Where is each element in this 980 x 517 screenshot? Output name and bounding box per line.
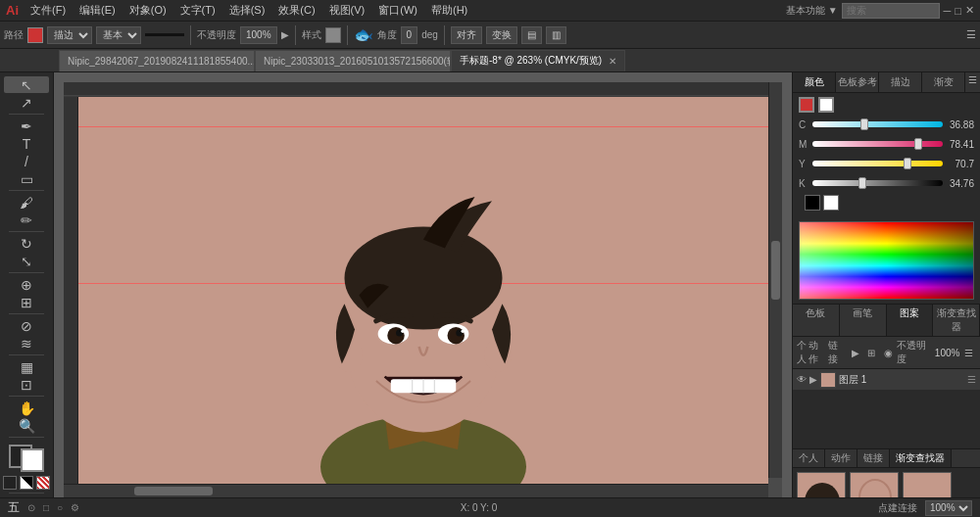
- layer-row-1[interactable]: 👁 ▶ 图层 1 ☰: [793, 369, 980, 391]
- tool-scale[interactable]: ⤡: [4, 253, 49, 269]
- layers-menu-btn[interactable]: ☰: [961, 345, 976, 360]
- tab-stroke[interactable]: 描边: [879, 72, 922, 92]
- opacity-value: 100%: [935, 348, 960, 358]
- mini-tab-patterns[interactable]: 图案: [887, 305, 934, 336]
- menu-object[interactable]: 对象(O): [123, 1, 172, 20]
- menu-help[interactable]: 帮助(H): [425, 1, 473, 20]
- channel-k-slider[interactable]: [812, 180, 943, 186]
- mini-tab-gradient-finder[interactable]: 渐变查找器: [933, 305, 980, 336]
- tab-0[interactable]: Nipic_29842067_2019082411181855400...ai*…: [59, 50, 255, 71]
- tool-rotate[interactable]: ↻: [4, 235, 49, 252]
- tool-pen[interactable]: ✒: [4, 118, 49, 134]
- menu-file[interactable]: 文件(F): [24, 1, 72, 20]
- vertical-scrollbar[interactable]: [768, 82, 782, 478]
- channel-m-slider[interactable]: [812, 141, 943, 147]
- layers-add-btn[interactable]: ⊞: [864, 345, 879, 360]
- tool-direct-select[interactable]: ↗: [4, 94, 49, 111]
- tool-zoom[interactable]: 🔍: [4, 417, 49, 434]
- opacity-value[interactable]: 100%: [240, 26, 277, 44]
- gradient-color[interactable]: [20, 476, 33, 490]
- align-btn[interactable]: 对齐: [451, 26, 482, 44]
- tab-color[interactable]: 颜色: [793, 72, 836, 92]
- bottom-tab-personal[interactable]: 个人: [793, 449, 825, 467]
- horizontal-scrollbar[interactable]: [64, 484, 768, 497]
- canvas-area[interactable]: [54, 72, 792, 517]
- extra-btn2[interactable]: ▥: [546, 26, 566, 44]
- fish-icon[interactable]: 🐟: [354, 25, 373, 44]
- active-fill-swatch[interactable]: [799, 97, 814, 113]
- maximize-btn[interactable]: □: [955, 5, 961, 17]
- channel-c-slider[interactable]: [812, 121, 943, 127]
- black-swatch[interactable]: [805, 195, 820, 211]
- white-swatch[interactable]: [823, 195, 839, 211]
- tab-gradient[interactable]: 渐变: [922, 72, 965, 92]
- tool-rectangle[interactable]: ▭: [4, 170, 49, 187]
- angle-unit: deg: [421, 29, 438, 40]
- tab-2[interactable]: 手标题-8* @ 263% (CMYK/预览) ✕: [451, 50, 625, 71]
- bottom-tab-links[interactable]: 链接: [858, 449, 890, 467]
- horizontal-scrollbar-thumb[interactable]: [134, 487, 213, 495]
- menu-view[interactable]: 视图(V): [323, 1, 371, 20]
- opacity-arrow[interactable]: ▶: [281, 29, 289, 40]
- tool-eyedropper[interactable]: ⊘: [4, 317, 49, 334]
- layers-play-btn[interactable]: ▶: [849, 345, 863, 360]
- channel-y-slider[interactable]: [812, 161, 943, 166]
- layers-settings-btn[interactable]: ◉: [881, 345, 896, 360]
- tool-shape-builder[interactable]: ⊞: [4, 294, 49, 310]
- tool-paintbrush[interactable]: 🖌: [4, 194, 49, 211]
- stroke-select[interactable]: 描边: [47, 26, 92, 44]
- tool-blend[interactable]: ≋: [4, 335, 49, 352]
- bottom-tab-actions[interactable]: 动作: [825, 449, 858, 467]
- fill-color-preview[interactable]: [27, 27, 43, 43]
- menu-edit[interactable]: 编辑(E): [74, 1, 122, 20]
- layer-options[interactable]: ☰: [967, 374, 976, 385]
- layer-expand-icon[interactable]: ▶: [809, 374, 817, 385]
- tool-type[interactable]: T: [4, 135, 49, 152]
- color-gradient-picker[interactable]: [799, 221, 974, 300]
- options-menu-btn[interactable]: ☰: [966, 28, 976, 40]
- close-btn[interactable]: ✕: [965, 4, 974, 17]
- menu-type[interactable]: 文字(T): [174, 1, 221, 20]
- background-color[interactable]: [21, 448, 44, 472]
- tool-select[interactable]: ↖: [4, 76, 49, 93]
- tool-hand[interactable]: ✋: [4, 400, 49, 416]
- channel-m-label: M: [799, 139, 808, 150]
- menu-effect[interactable]: 效果(C): [272, 1, 320, 20]
- toolbar-divider-6: [9, 354, 44, 355]
- layer-name[interactable]: 图层 1: [839, 373, 964, 387]
- tool-line[interactable]: /: [4, 153, 49, 169]
- tool-artboard[interactable]: ⊡: [4, 376, 49, 393]
- extra-btn1[interactable]: ▤: [521, 26, 542, 44]
- tool-warp[interactable]: ⊕: [4, 276, 49, 293]
- minimize-btn[interactable]: ─: [944, 5, 952, 17]
- mini-tab-swatches[interactable]: 色板: [793, 305, 840, 336]
- tool-pencil[interactable]: ✏: [4, 212, 49, 228]
- workspace-label: 基本功能 ▼: [786, 4, 838, 18]
- active-stroke-swatch[interactable]: [818, 97, 834, 113]
- tab-2-close[interactable]: ✕: [609, 56, 616, 67]
- bottom-tab-gradient-finder[interactable]: 渐变查找器: [890, 449, 952, 467]
- angle-value[interactable]: 0: [401, 26, 418, 44]
- tab-swatch-ref[interactable]: 色板参考: [836, 72, 879, 92]
- tab-1[interactable]: Nipic_23033013_2016051013572156600(转换).a…: [255, 50, 451, 71]
- transform-btn[interactable]: 变换: [486, 26, 517, 44]
- style-preview[interactable]: [325, 27, 341, 43]
- layers-panel: 个人 动作 链接 ▶ ⊞ ◉ 不透明度 100% ☰ 👁 ▶ 图层 1 ☰: [793, 337, 980, 448]
- channel-y-label: Y: [799, 159, 808, 169]
- mini-tab-brushes[interactable]: 画笔: [840, 305, 887, 336]
- layers-tab-actions[interactable]: 动作: [808, 339, 826, 366]
- search-input[interactable]: [842, 3, 940, 19]
- style-label: 样式: [302, 28, 321, 42]
- status-zoom-select[interactable]: 100% 263%: [925, 500, 972, 516]
- layer-eye-icon[interactable]: 👁: [797, 374, 807, 385]
- pattern-color[interactable]: [36, 476, 50, 490]
- channel-m-row: M 78.41: [799, 135, 974, 153]
- vertical-scrollbar-thumb[interactable]: [771, 241, 780, 300]
- none-color[interactable]: [3, 476, 17, 490]
- panel-menu-btn[interactable]: ☰: [965, 72, 980, 92]
- menu-window[interactable]: 窗口(W): [372, 1, 423, 20]
- tool-graph[interactable]: ▦: [4, 358, 49, 375]
- layers-tab-links[interactable]: 链接: [828, 339, 846, 366]
- menu-select[interactable]: 选择(S): [223, 1, 271, 20]
- brush-select[interactable]: 基本: [96, 26, 141, 44]
